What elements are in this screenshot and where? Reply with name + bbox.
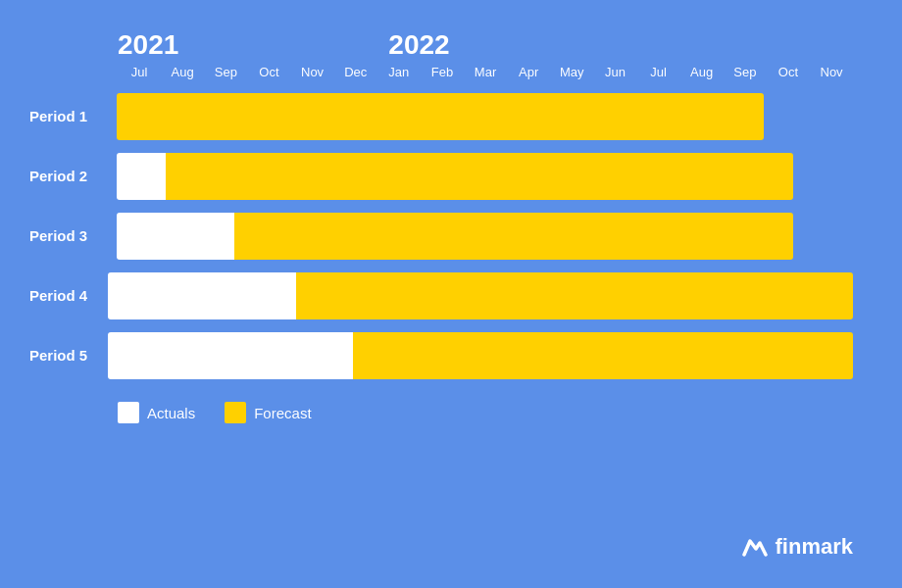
month-jan-2022: Jan	[377, 65, 421, 79]
legend-actuals: Actuals	[118, 402, 195, 423]
finmark-logo: finmark	[740, 533, 853, 561]
period-4-track	[108, 272, 853, 319]
period-3-forecast-bar	[234, 213, 793, 260]
period-1-track	[117, 93, 853, 140]
period-4-actuals-bar	[108, 272, 296, 319]
month-mar-2022: Mar	[464, 65, 507, 79]
period-3-actuals-bar	[117, 213, 234, 260]
period-5-label: Period 5	[29, 347, 108, 364]
year-2021-label: 2021	[118, 29, 388, 61]
period-4-label: Period 4	[29, 287, 108, 304]
month-oct-2021: Oct	[247, 65, 290, 79]
month-sep-2022: Sep	[724, 65, 767, 79]
month-sep-2021: Sep	[204, 65, 247, 79]
period-5-actuals-bar	[108, 332, 353, 379]
month-jul-2022: Jul	[637, 65, 680, 79]
month-may-2022: May	[550, 65, 593, 79]
period-2-row: Period 2	[118, 149, 853, 203]
month-feb-2022: Feb	[421, 65, 464, 79]
month-jun-2022: Jun	[593, 65, 636, 79]
period-2-actuals-bar	[117, 153, 166, 200]
month-jul-2021: Jul	[118, 65, 161, 79]
actuals-color-box	[118, 402, 139, 423]
months-row: Jul Aug Sep Oct Nov Dec Jan Feb Mar Apr …	[118, 65, 853, 79]
period-2-track	[117, 153, 853, 200]
period-5-track	[108, 332, 853, 379]
month-nov-2021: Nov	[291, 65, 334, 79]
period-1-row: Period 1	[118, 89, 853, 143]
month-dec-2021: Dec	[334, 65, 377, 79]
month-oct-2022: Oct	[767, 65, 810, 79]
period-2-forecast-bar	[166, 153, 793, 200]
legend-row: Actuals Forecast	[118, 402, 853, 423]
period-5-forecast-bar	[353, 332, 853, 379]
period-4-forecast-bar	[296, 272, 853, 319]
forecast-label: Forecast	[254, 405, 311, 421]
period-1-label: Period 1	[29, 108, 117, 124]
finmark-name: finmark	[776, 534, 853, 560]
year-2022-label: 2022	[388, 29, 853, 61]
month-aug-2021: Aug	[161, 65, 204, 79]
actuals-label: Actuals	[147, 405, 195, 421]
finmark-icon	[740, 533, 768, 561]
chart-container: 2021 2022 Jul Aug Sep Oct Nov Dec Jan Fe…	[0, 0, 902, 588]
period-1-forecast-bar	[117, 93, 764, 140]
period-3-row: Period 3	[118, 209, 853, 263]
period-3-track	[117, 213, 853, 260]
period-5-row: Period 5	[118, 328, 853, 382]
period-2-label: Period 2	[29, 168, 117, 184]
month-apr-2022: Apr	[507, 65, 550, 79]
forecast-color-box	[225, 402, 246, 423]
month-aug-2022: Aug	[680, 65, 724, 79]
bars-section: Period 1 Period 2 Period 3 Period 4	[118, 89, 853, 382]
legend-forecast: Forecast	[225, 402, 311, 423]
period-3-label: Period 3	[29, 227, 117, 244]
years-row: 2021 2022	[118, 29, 853, 61]
period-4-row: Period 4	[118, 269, 853, 322]
month-nov-2022: Nov	[810, 65, 853, 79]
